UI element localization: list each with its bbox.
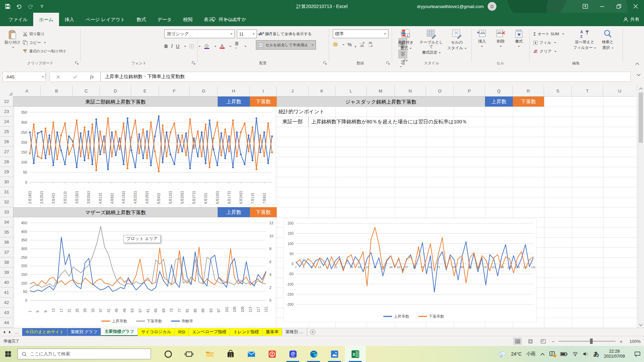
ribbon-tab-ページ レイアウト[interactable]: ページ レイアウト [80, 13, 131, 26]
clear-button[interactable]: クリア [533, 47, 574, 56]
account-email[interactable]: dryyourtearswithlove1@gmail.com [417, 4, 484, 9]
sheet-tab-主要指標グラフ[interactable]: 主要指標グラフ [101, 328, 138, 336]
formula-input[interactable]: 上昇率上位銘柄数・下降率上位変動数 [101, 72, 631, 82]
weather-temp[interactable]: 24°C [511, 351, 522, 357]
jasdaq-up-button[interactable]: 上昇数 [485, 97, 513, 107]
column-header-B[interactable]: B [41, 86, 73, 97]
row-header-44[interactable]: 44 [0, 318, 13, 328]
taskbar-app-mail[interactable] [241, 346, 262, 362]
alignment-dialog-launcher-icon[interactable] [323, 61, 327, 65]
borders-icon[interactable] [190, 44, 194, 49]
fill-button[interactable]: フィル [533, 38, 574, 47]
taskbar-app-store[interactable] [220, 346, 241, 362]
tosho2-up-button[interactable]: 上昇数 [218, 97, 250, 107]
number-dialog-launcher-icon[interactable] [386, 61, 390, 65]
autosum-button[interactable]: Σオート SUM [533, 29, 574, 38]
collapse-ribbon-icon[interactable] [635, 62, 639, 65]
ribbon-tab-ホーム[interactable]: ホーム [33, 13, 59, 26]
vertical-scrollbar[interactable] [638, 86, 644, 328]
taskbar-app-excel[interactable]: X [345, 346, 366, 362]
column-header-C[interactable]: C [73, 86, 100, 97]
find-select-button[interactable]: 検索と 選択 [597, 29, 619, 60]
cut-button[interactable]: 切り取り [23, 29, 79, 38]
sheet-tab-RSI[interactable]: RSI [175, 328, 189, 336]
column-header-Q[interactable]: Q [485, 86, 513, 97]
zoom-out-icon[interactable]: − [551, 339, 554, 344]
paste-button[interactable]: 貼り付け [3, 29, 21, 60]
more-sheets-icon[interactable]: … [15, 330, 19, 335]
sort-filter-button[interactable]: AZ 並べ替えと フィルター [573, 29, 596, 60]
sheet-tab-トレンド指標[interactable]: トレンド指標 [230, 328, 263, 336]
column-headers[interactable]: ABCDEFGHIJKLMNOPQRSTU [13, 86, 637, 97]
mothers-down-button[interactable]: 下落数 [250, 207, 277, 217]
share-button[interactable]: 共有 [623, 13, 639, 26]
ribbon-display-options-icon[interactable] [577, 0, 594, 13]
banner-jasdaq-title[interactable]: ジャスダック銘柄上昇数下落数 [277, 97, 485, 107]
column-header-L[interactable]: L [335, 86, 367, 97]
chart-mothers[interactable]: 0501001502002503003504004500246810121591… [14, 217, 276, 326]
copy-button[interactable]: コピー [23, 38, 79, 47]
zoom-in-icon[interactable]: + [620, 339, 623, 344]
column-header-P[interactable]: P [454, 86, 485, 97]
comma-icon[interactable]: , [355, 42, 356, 48]
sheet-tab-サイコロジカル[interactable]: サイコロジカル [138, 328, 175, 336]
sheet-tab-エンベロープ指標[interactable]: エンベロープ指標 [189, 328, 230, 336]
column-header-M[interactable]: M [367, 86, 395, 97]
taskbar-app-photos[interactable] [324, 346, 345, 362]
italic-button[interactable]: I [171, 44, 173, 49]
taskbar-app-cortana[interactable] [158, 346, 178, 362]
ribbon-tab-校閲[interactable]: 校閲 [177, 13, 198, 26]
prev-sheet-icon[interactable] [3, 330, 5, 334]
ribbon-tab-挿入[interactable]: 挿入 [59, 13, 80, 26]
currency-icon[interactable] [333, 42, 338, 47]
next-sheet-icon[interactable] [9, 330, 11, 334]
zoom-slider-thumb[interactable] [590, 339, 593, 344]
column-header-A[interactable]: A [13, 86, 41, 97]
ribbon-tab-ファイル[interactable]: ファイル [3, 13, 33, 26]
row-header-41[interactable]: 41 [0, 288, 13, 298]
column-header-O[interactable]: O [426, 86, 454, 97]
column-header-T[interactable]: T [572, 86, 603, 97]
conditional-formatting-button[interactable]: ≠ 条件付き 書式 [394, 29, 418, 60]
tell-me[interactable]: 何をしますか [211, 13, 247, 26]
row-headers[interactable]: 2223242526272829303132333435363738394041… [0, 97, 13, 328]
format-as-table-button[interactable]: テーブルとして 書式設定 [419, 29, 443, 60]
ribbon-tab-データ[interactable]: データ [152, 13, 177, 26]
row-header-25[interactable]: 25 [0, 127, 13, 137]
row-header-29[interactable]: 29 [0, 167, 13, 177]
sync-status-icon[interactable] [549, 351, 555, 357]
action-center-icon[interactable] [634, 351, 641, 357]
row-header-31[interactable]: 31 [0, 187, 13, 197]
row-header-26[interactable]: 26 [0, 137, 13, 147]
battery-icon[interactable] [560, 352, 568, 356]
ime-indicator[interactable]: あ [593, 350, 599, 358]
wifi-icon[interactable] [572, 352, 578, 356]
weather-icon[interactable] [498, 350, 506, 358]
format-cells-button[interactable]: 書式 [510, 29, 528, 60]
row-header-22[interactable]: 22 [0, 97, 13, 107]
banner-mothers-title[interactable]: マザーズ銘柄上昇数下落数 [13, 207, 218, 217]
chart-tosho2[interactable]: 0501001502002503003502月18日2月25日3月4日3月11日… [14, 107, 276, 204]
row-header-34[interactable]: 34 [0, 217, 13, 227]
insert-function-icon[interactable]: fx [90, 74, 94, 80]
format-painter-button[interactable]: 書式のコピー/貼り付け [23, 47, 79, 56]
increase-decimal-icon[interactable]: ←.0.00 [359, 42, 365, 48]
row-header-23[interactable]: 23 [0, 107, 13, 117]
page-layout-view-icon[interactable] [526, 338, 535, 345]
column-header-U[interactable]: U [603, 86, 637, 97]
merge-center-button[interactable]: セルを結合して中央揃え [256, 40, 316, 50]
close-button[interactable] [627, 0, 644, 13]
note-title-cell[interactable]: 統計的ワンポイント [278, 107, 379, 117]
row-header-37[interactable]: 37 [0, 247, 13, 257]
enter-icon[interactable] [73, 75, 77, 78]
row-header-40[interactable]: 40 [0, 278, 13, 288]
weather-desc[interactable]: 小雨 [526, 351, 536, 357]
row-header-24[interactable]: 24 [0, 117, 13, 127]
normal-view-icon[interactable] [513, 338, 522, 345]
taskbar-app-file-explorer[interactable] [199, 346, 220, 362]
cell-styles-button[interactable]: セルの スタイル [445, 29, 469, 60]
row-header-42[interactable]: 42 [0, 298, 13, 308]
row-header-36[interactable]: 36 [0, 237, 13, 247]
percent-icon[interactable]: % [347, 42, 352, 47]
row-header-35[interactable]: 35 [0, 227, 13, 237]
